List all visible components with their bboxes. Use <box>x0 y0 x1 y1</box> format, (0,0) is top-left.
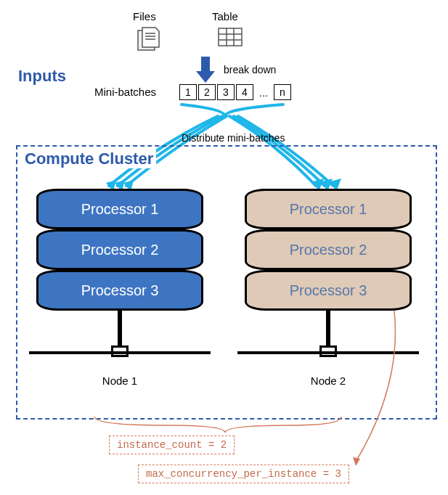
instance-count-param: instance_count = 2 <box>109 435 235 454</box>
batch-box: 2 <box>198 84 216 100</box>
max-concurrency-arrow <box>327 302 407 467</box>
distribute-label: Distribute mini-batches <box>182 132 285 144</box>
batch-ellipsis: ... <box>255 84 272 100</box>
processor-box: Processor 1 <box>36 189 203 229</box>
processor-stack: Processor 1 Processor 2 Processor 3 ▼ ▼ <box>245 189 412 319</box>
processor-box: Processor 1 <box>245 189 412 229</box>
batch-box: 1 <box>179 84 197 100</box>
architecture-diagram: Inputs Files Table break down Mini-batch… <box>7 7 441 488</box>
files-label: Files <box>133 10 156 22</box>
compute-cluster-heading: Compute Cluster <box>22 150 156 168</box>
batch-box: 4 <box>236 84 253 100</box>
node-2: Processor 1 Processor 2 Processor 3 ▼ ▼ … <box>245 189 412 319</box>
mini-batches-row: 1 2 3 4 ... n <box>179 84 291 100</box>
break-down-label: break down <box>224 64 276 75</box>
max-concurrency-param: max_concurrency_per_instance = 3 <box>138 465 349 483</box>
processor-box: Processor 3 <box>36 270 203 311</box>
files-icon <box>135 26 164 55</box>
node-1-label: Node 1 <box>36 375 203 387</box>
mini-batches-label: Mini-batches <box>94 86 156 98</box>
batch-box: 3 <box>217 84 235 100</box>
processor-box: Processor 2 <box>36 229 203 270</box>
svg-rect-3 <box>219 28 242 46</box>
svg-marker-9 <box>196 71 215 83</box>
processor-box: Processor 3 <box>245 270 412 311</box>
table-icon <box>218 28 243 46</box>
node-1: Processor 1 Processor 2 Processor 3 ▼ ▼ … <box>36 189 203 319</box>
processor-box: Processor 2 <box>245 229 412 270</box>
svg-rect-8 <box>201 57 210 71</box>
arrow-down-icon <box>195 55 216 84</box>
svg-marker-16 <box>353 457 360 466</box>
table-label: Table <box>212 10 238 22</box>
batch-box-n: n <box>274 84 291 100</box>
node-base <box>29 351 211 354</box>
processor-stack: Processor 1 Processor 2 Processor 3 ▼ ▼ <box>36 189 203 319</box>
inputs-heading: Inputs <box>18 67 66 86</box>
